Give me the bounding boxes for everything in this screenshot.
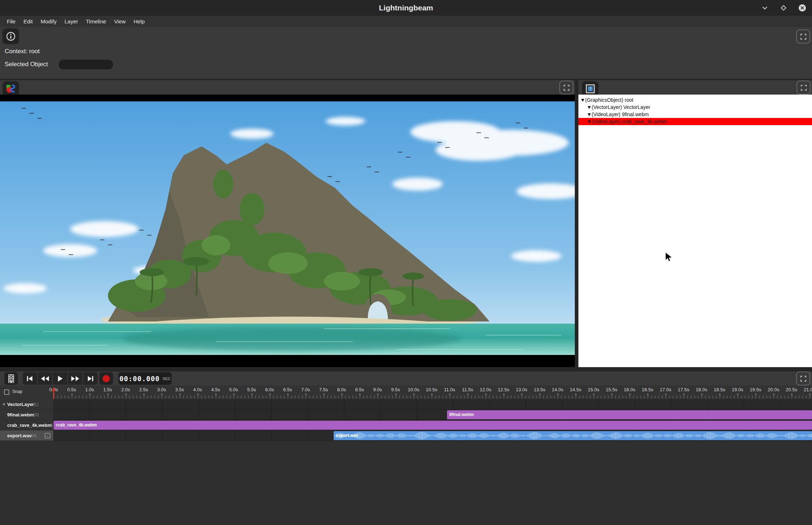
outline-row[interactable]: ▼(GraphicsObject) root — [578, 96, 812, 104]
menu-layer[interactable]: Layer — [60, 18, 82, 24]
ruler-label: 21.0s — [804, 387, 812, 392]
ruler-label: 7.0s — [301, 387, 310, 392]
ruler-label: 19.5s — [750, 387, 761, 392]
title-bar: Lightningbeam — [0, 0, 812, 16]
track-row-VectorLayer[interactable] — [53, 399, 812, 410]
clip-label: crab_rave_4k.webm — [56, 421, 97, 430]
svg-text:?: ? — [589, 87, 591, 91]
fullscreen-icon — [563, 85, 570, 91]
timeline-tracks: 9final.webmcrab_rave_4k.webmexport.wav ▼… — [0, 399, 812, 441]
track-option-button[interactable]: - — [45, 433, 50, 438]
maximize-button[interactable] — [779, 3, 788, 13]
timeline-ruler[interactable]: 0.0s0.5s1.0s1.5s2.0s2.5s3.0s3.5s4.0s4.5s… — [0, 387, 812, 393]
ruler-label: 9.0s — [373, 387, 382, 392]
outline-toolbar: ? — [578, 80, 812, 95]
track-type-tag: [L] — [34, 402, 38, 406]
track-type-tag: [A] — [32, 433, 36, 438]
menu-file[interactable]: File — [3, 18, 19, 24]
ruler-label: 5.0s — [229, 387, 238, 392]
image-placeholder-button[interactable]: ? — [582, 81, 599, 96]
timeline-empty-area — [0, 441, 812, 525]
outline-tree: ▼(GraphicsObject) root▼(VectorLayer) Vec… — [578, 95, 812, 367]
missing-image-icon: ? — [585, 84, 595, 94]
track-label-VectorLayer[interactable]: ▼VectorLayer[L] — [0, 399, 53, 410]
track-label-9final.webm[interactable]: 9final.webm[S] — [0, 410, 53, 420]
collapse-arrow-icon[interactable]: ▼ — [2, 402, 6, 406]
waveform — [334, 431, 812, 440]
menu-items: FileEditModifyLayerTimelineViewHelp — [3, 18, 149, 24]
ruler-label: 17.5s — [678, 387, 689, 392]
ruler-label: 14.5s — [570, 387, 581, 392]
clip-9final.webm[interactable]: 9final.webm — [447, 410, 812, 419]
app-window: Lightningbeam FileEditModifyLayerTim — [0, 0, 812, 525]
track-row-9final.webm[interactable]: 9final.webm — [53, 410, 812, 420]
clip-export.wav[interactable]: export.wav — [334, 431, 812, 440]
menu-help[interactable]: Help — [130, 18, 149, 24]
ruler-label: 16.5s — [642, 387, 653, 392]
selected-object-input[interactable] — [59, 60, 113, 69]
ruler-label: 8.0s — [337, 387, 346, 392]
stage-canvas[interactable] — [0, 95, 575, 367]
rewind-button[interactable] — [38, 372, 52, 385]
record-button[interactable] — [99, 372, 113, 385]
timeline-panel: Snap 0.0s0.5s1.0s1.5s2.0s2.5s3.0s3.5s4.0… — [0, 385, 812, 441]
skip-to-end-icon — [87, 376, 94, 382]
menu-bar: FileEditModifyLayerTimelineViewHelp — [0, 16, 812, 27]
inspector-fullscreen-button[interactable] — [796, 29, 810, 44]
ruler-label: 12.5s — [498, 387, 509, 392]
fullscreen-icon — [800, 85, 807, 91]
inspector-panel: Context: root Selected Object — [0, 27, 812, 79]
mouse-cursor — [664, 252, 673, 262]
film-button[interactable] — [4, 372, 18, 385]
ruler-label: 15.5s — [606, 387, 617, 392]
selected-object-label: Selected Object — [5, 61, 48, 68]
ruler-label: 4.0s — [193, 387, 202, 392]
minimize-button[interactable] — [760, 3, 770, 13]
stage-fullscreen-button[interactable] — [559, 81, 573, 95]
stage-toolbar — [0, 80, 575, 95]
track-name: export.wav — [7, 433, 32, 438]
track-label-export.wav[interactable]: export.wav[A]- — [0, 430, 53, 441]
fullscreen-icon — [800, 375, 807, 382]
outline-row[interactable]: ▼(VectorLayer) VectorLayer — [578, 104, 812, 111]
menu-view[interactable]: View — [110, 18, 130, 24]
info-button[interactable] — [3, 28, 19, 44]
rewind-icon — [41, 376, 49, 382]
timeline-fullscreen-button[interactable] — [796, 371, 810, 385]
ruler-label: 16.0s — [624, 387, 635, 392]
time-display: 00:00.000 SEC — [118, 372, 172, 385]
track-name: crab_rave_4k.webm — [7, 423, 52, 428]
ruler-label: 17.0s — [660, 387, 671, 392]
track-label-crab_rave_4k.webm[interactable]: crab_rave_4k.webm[S] — [0, 420, 53, 430]
menu-timeline[interactable]: Timeline — [82, 18, 110, 24]
play-button[interactable] — [53, 372, 67, 385]
ruler-label: 12.0s — [480, 387, 491, 392]
playhead[interactable] — [51, 387, 57, 399]
skip-to-end-button[interactable] — [83, 372, 98, 385]
ruler-label: 6.0s — [265, 387, 274, 392]
outline-fullscreen-button[interactable] — [797, 81, 811, 95]
fast-forward-button[interactable] — [68, 372, 82, 385]
ruler-label: 11.5s — [462, 387, 473, 392]
track-name: VectorLayer — [7, 402, 34, 407]
track-row-export.wav[interactable]: export.wav — [53, 430, 812, 441]
film-strip-icon — [7, 374, 15, 383]
ruler-label: 14.0s — [552, 387, 563, 392]
menu-edit[interactable]: Edit — [19, 18, 37, 24]
ruler-label: 10.5s — [426, 387, 437, 392]
ruler-label: 2.5s — [139, 387, 148, 392]
track-row-crab_rave_4k.webm[interactable]: crab_rave_4k.webm — [53, 420, 812, 430]
fullscreen-icon — [800, 33, 807, 40]
clip-label: export.wav — [336, 431, 358, 440]
ruler-label: 0.5s — [67, 387, 76, 392]
close-button[interactable] — [798, 3, 807, 13]
ruler-label: 6.5s — [283, 387, 292, 392]
outline-row[interactable]: ▼(VideoLayer) 9final.webm — [578, 111, 812, 118]
transport-buttons — [23, 372, 98, 385]
skip-to-start-button[interactable] — [23, 372, 37, 385]
app-logo-button[interactable] — [3, 81, 19, 96]
track-type-tag: [S] — [52, 423, 53, 427]
menu-modify[interactable]: Modify — [37, 18, 60, 24]
clip-crab_rave_4k.webm[interactable]: crab_rave_4k.webm — [54, 421, 812, 430]
outline-row[interactable]: ▼(VideoLayer) crab_rave_4k.webm — [578, 118, 812, 125]
